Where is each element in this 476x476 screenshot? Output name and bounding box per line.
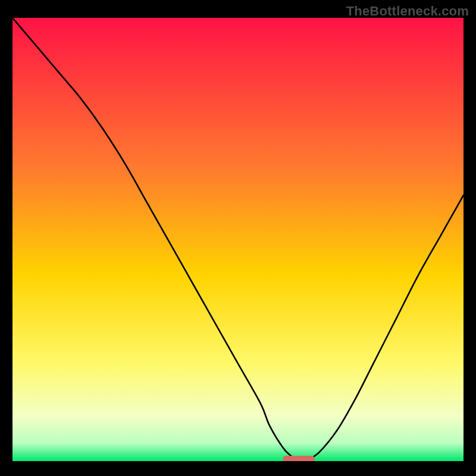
gradient-background bbox=[12, 18, 464, 461]
chart-frame: TheBottleneck.com bbox=[0, 0, 476, 476]
watermark-text: TheBottleneck.com bbox=[346, 4, 469, 19]
chart-svg bbox=[12, 18, 464, 461]
plot-area bbox=[12, 18, 464, 461]
minimum-marker bbox=[283, 456, 315, 461]
